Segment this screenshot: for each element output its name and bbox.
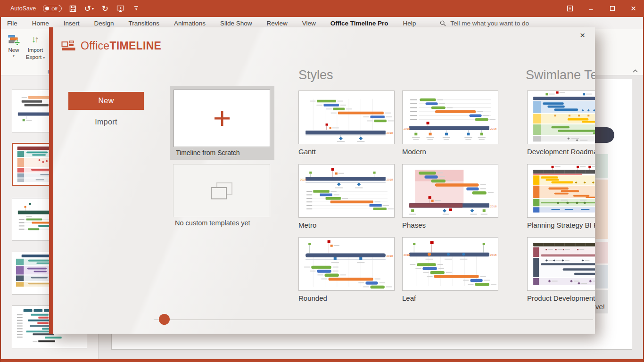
template-art: [528, 238, 595, 290]
tab-office-timeline-pro[interactable]: Office Timeline Pro: [330, 20, 388, 27]
no-custom-templates-label: No custom templates yet: [175, 219, 250, 227]
tab-review[interactable]: Review: [266, 20, 287, 27]
tab-help[interactable]: Help: [403, 20, 416, 27]
no-custom-templates-card: [173, 164, 270, 217]
tab-slide-show[interactable]: Slide Show: [220, 20, 252, 27]
timeline-from-scratch-thumbnail: [173, 90, 270, 147]
new-button-label: New: [8, 47, 19, 54]
template-art: [528, 91, 595, 144]
template-card-rounded[interactable]: 2018 Rounded: [298, 237, 395, 302]
timeline-from-scratch-label: Timeline from Scratch: [176, 149, 240, 156]
maximize-button[interactable]: [602, 0, 623, 17]
template-art: 2018: [299, 91, 394, 144]
plus-icon: [212, 108, 232, 128]
tab-animations[interactable]: Animations: [174, 20, 206, 27]
powerpoint-window: AutoSave Off ↺ ▾ ↻: [0, 0, 644, 362]
slide-swimlane-fragment-blue: [595, 265, 608, 288]
template-thumbnail: 2018: [298, 237, 395, 291]
timeline-from-scratch-card[interactable]: Timeline from Scratch: [170, 86, 274, 160]
minimize-button[interactable]: –: [580, 0, 602, 17]
tab-transitions[interactable]: Transitions: [129, 20, 160, 27]
template-card-gantt[interactable]: 2018 Gantt: [298, 90, 395, 156]
undo-icon: ↺: [84, 4, 91, 14]
svg-text:2018: 2018: [490, 205, 496, 208]
autosave-toggle[interactable]: Off: [43, 5, 62, 12]
copy-icon: [211, 182, 232, 199]
swimlane-templates-header: Swimlane Temp: [526, 68, 595, 82]
quick-access-toolbar: AutoSave Off ↺ ▾ ↻: [0, 0, 140, 17]
search-icon: [440, 20, 446, 26]
template-label: Product Development &: [527, 294, 595, 302]
svg-text:2018: 2018: [387, 255, 393, 257]
template-art: 20182018: [299, 165, 394, 217]
autosave-toggle-knob: [45, 7, 49, 10]
template-label: Leaf: [402, 294, 498, 302]
tell-me-search[interactable]: Tell me what you want to do: [440, 20, 529, 27]
template-label: Metro: [298, 221, 395, 229]
slide-text-fragment: ve!: [595, 303, 605, 311]
export-label: Export ▾: [26, 54, 45, 61]
new-button-caret-icon: ▾: [13, 54, 15, 58]
template-thumbnail: [527, 164, 595, 218]
redo-button[interactable]: ↻: [101, 2, 109, 15]
redo-icon: ↻: [102, 4, 108, 14]
tab-file[interactable]: File: [7, 20, 17, 27]
template-art: 20182018: [403, 238, 498, 290]
dialog-nav-import[interactable]: Import: [68, 118, 144, 126]
template-label: Modern: [402, 148, 498, 156]
ribbon-display-options-icon: [567, 5, 573, 12]
collapse-ribbon-icon[interactable]: [632, 69, 638, 73]
office-timeline-dialog: × OfficeTIMELINE New Import Timeline fro…: [49, 27, 595, 334]
tab-view[interactable]: View: [302, 20, 316, 27]
dialog-nav-new[interactable]: New: [68, 92, 144, 110]
dialog-scrollbar-track[interactable]: [154, 319, 593, 320]
close-button[interactable]: ×: [623, 0, 644, 17]
template-label: Development Roadmap: [527, 148, 595, 156]
dialog-close-button[interactable]: ×: [580, 30, 585, 41]
template-thumbnail: 20182018: [298, 164, 395, 218]
dialog-accent-strip: [49, 27, 53, 334]
import-export-icon: ↓↑: [32, 33, 39, 47]
import-label: Import: [28, 47, 43, 54]
tab-insert[interactable]: Insert: [64, 20, 80, 27]
template-thumbnail: 2018: [402, 164, 498, 218]
template-thumbnail: [527, 90, 595, 144]
template-card-product-development[interactable]: Product Development &: [527, 237, 595, 302]
svg-text:2018: 2018: [490, 254, 496, 256]
export-caret-icon: ▾: [43, 56, 45, 59]
autosave-state: Off: [51, 6, 58, 11]
office-timeline-logo-icon: [61, 40, 76, 52]
ribbon-display-options-button[interactable]: [559, 0, 580, 17]
template-label: Rounded: [298, 294, 395, 302]
tab-home[interactable]: Home: [32, 20, 49, 27]
undo-caret-icon: ▾: [92, 7, 94, 11]
customize-qat-button[interactable]: ▾: [132, 2, 140, 15]
template-card-modern[interactable]: 20182018 Modern: [402, 90, 498, 156]
template-thumbnail: 2018: [298, 90, 395, 144]
new-timeline-button[interactable]: New ▾: [4, 33, 24, 58]
status-bar: [0, 359, 644, 362]
template-card-metro[interactable]: 20182018 Metro: [298, 164, 395, 229]
dialog-scrollbar-knob[interactable]: [159, 314, 170, 325]
slide-swimlane-fragment-teal: [595, 154, 608, 178]
template-card-phases[interactable]: 2018 Phases: [402, 164, 498, 229]
template-thumbnail: [527, 237, 595, 291]
template-card-development-roadmap[interactable]: Development Roadmap: [527, 90, 595, 156]
template-label: Gantt: [298, 148, 395, 156]
office-timeline-logo: OfficeTIMELINE: [61, 40, 161, 52]
template-card-planning-strategy[interactable]: Planning Strategy BI Ro: [527, 164, 595, 229]
tab-design[interactable]: Design: [94, 20, 114, 27]
window-controls: – ×: [559, 0, 644, 17]
maximize-icon: [610, 6, 615, 11]
search-placeholder: Tell me what you want to do: [450, 20, 529, 27]
save-button[interactable]: [69, 2, 77, 15]
svg-text:2018: 2018: [404, 254, 410, 256]
template-card-leaf[interactable]: 20182018 Leaf: [402, 237, 498, 302]
customize-qat-icon: [134, 6, 138, 7]
import-export-button[interactable]: ↓↑ Import Export ▾: [24, 33, 47, 61]
start-slideshow-button[interactable]: [116, 2, 125, 15]
template-label: Planning Strategy BI Ro: [527, 221, 595, 229]
autosave-label: AutoSave: [10, 5, 36, 12]
undo-button[interactable]: ↺ ▾: [84, 2, 94, 15]
template-thumbnail: 20182018: [402, 237, 498, 291]
